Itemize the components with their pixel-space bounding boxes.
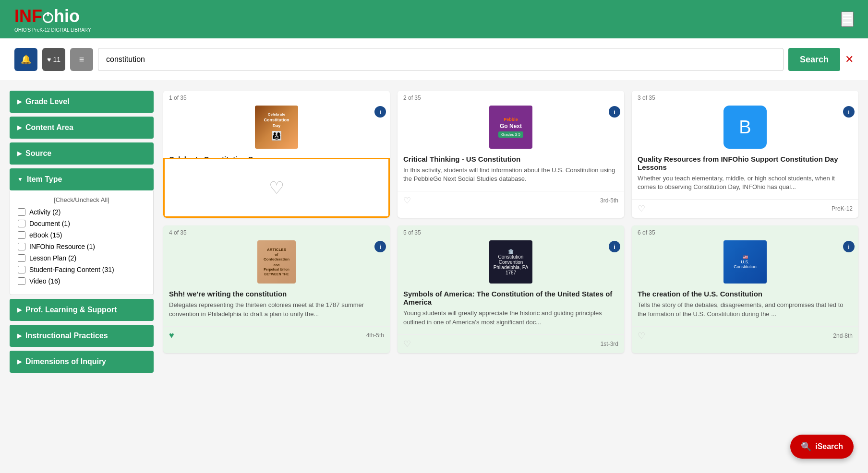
list-view-button[interactable]: ≡: [70, 48, 93, 71]
activity-label: Activity (2): [29, 208, 60, 216]
card-title-6: The creation of the U.S. Constitution: [638, 290, 853, 298]
card-image-area-1: Celebrate Constitution Day 👨‍👩‍👧 i: [163, 103, 390, 151]
filter-grade-level-header[interactable]: ▶ Grade Level: [10, 91, 154, 113]
search-button[interactable]: Search: [788, 48, 840, 71]
card-body-2: Critical Thinking - US Constitution In t…: [398, 151, 624, 187]
filter-item-type-header[interactable]: ▼ Item Type: [10, 168, 154, 190]
card-body-3: Quality Resources from INFOhio Support C…: [632, 151, 858, 195]
filter-content-area: ▶ Content Area: [10, 117, 154, 139]
card-info-button-5[interactable]: i: [609, 241, 620, 252]
card-desc-5: Young students will greatly appreciate t…: [403, 309, 618, 326]
card-thumbnail-3: B: [723, 106, 767, 149]
card-desc-3: Whether you teach elementary, middle, or…: [638, 174, 853, 191]
card-grade-5: 1st-3rd: [601, 341, 618, 347]
filter-option-document[interactable]: Document (1): [18, 220, 145, 227]
filter-option-student-facing[interactable]: Student-Facing Content (31): [18, 266, 145, 273]
chevron-right-icon: ▶: [17, 150, 22, 157]
card-thumbnail-4: ARTICLES of Confederation and Perpetual …: [257, 240, 296, 284]
card-info-button-1[interactable]: i: [374, 106, 386, 118]
card-info-button-4[interactable]: i: [374, 241, 386, 252]
infohio-resource-checkbox[interactable]: [18, 243, 25, 250]
filter-item-type: ▼ Item Type [Check/Uncheck All] Activity…: [10, 168, 154, 295]
card-thumbnail-5: 🏛️ConstitutionConventionPhiladelphia, PA…: [489, 240, 532, 284]
card-heart-3[interactable]: ♡: [638, 203, 645, 214]
card-image-area-4: ARTICLES of Confederation and Perpetual …: [163, 238, 390, 286]
filter-dimensions-of-inquiry-header[interactable]: ▶ Dimensions of Inquiry: [10, 351, 154, 373]
card-heart-4[interactable]: ♥: [169, 331, 174, 341]
filter-prof-learning-header[interactable]: ▶ Prof. Learning & Support: [10, 299, 154, 321]
filter-option-infohio-resource[interactable]: INFOhio Resource (1): [18, 243, 145, 250]
infohio-resource-label: INFOhio Resource (1): [29, 243, 95, 250]
card-body-5: Symbols of America: The Constitution of …: [398, 286, 624, 330]
card-info-button-6[interactable]: i: [843, 241, 855, 252]
card-grade-4: 4th-5th: [366, 332, 384, 339]
card-footer-2: ♡ 3rd-5th: [398, 191, 624, 210]
result-card-5: 5 of 35 🏛️ConstitutionConventionPhiladel…: [398, 225, 624, 353]
card-heart-6[interactable]: ♡: [638, 331, 645, 341]
card-counter-5: 5 of 35: [398, 225, 624, 238]
chevron-right-icon: ▶: [17, 124, 22, 131]
card-body-6: The creation of the U.S. Constitution Te…: [632, 286, 858, 322]
search-bar-area: 🔔 ♥ 11 ≡ Search ✕: [0, 38, 868, 81]
ebook-checkbox[interactable]: [18, 231, 25, 239]
student-facing-checkbox[interactable]: [18, 266, 25, 273]
logo-subtitle: OHIO'S PreK-12 DIGITAL LIBRARY: [14, 27, 91, 33]
video-checkbox[interactable]: [18, 277, 25, 285]
logo-inf: INF: [14, 6, 42, 26]
card-thumbnail-2: Pebble Go Next Grades 3-5: [489, 106, 532, 149]
card-footer-3: ♡ PreK-12: [632, 199, 858, 218]
clear-search-button[interactable]: ✕: [845, 53, 854, 66]
card-heart-overlay-1[interactable]: ♡: [269, 178, 284, 198]
card-counter-1: 1 of 35: [163, 91, 390, 103]
notification-button[interactable]: 🔔: [14, 48, 37, 71]
chevron-right-icon: ▶: [17, 332, 22, 339]
filter-option-ebook[interactable]: eBook (15): [18, 231, 145, 239]
hamburger-menu-button[interactable]: ☰: [841, 12, 854, 27]
result-card-4: 4 of 35 ARTICLES of Confederation and Pe…: [163, 225, 390, 353]
favorites-button[interactable]: ♥ 11: [42, 48, 65, 71]
filter-prof-learning-label: Prof. Learning & Support: [25, 306, 117, 314]
card-heart-5[interactable]: ♡: [403, 339, 411, 349]
filter-dimensions-of-inquiry: ▶ Dimensions of Inquiry: [10, 351, 154, 373]
lesson-plan-label: Lesson Plan (2): [29, 254, 76, 262]
card-title-3: Quality Resources from INFOhio Support C…: [638, 155, 853, 171]
filter-source: ▶ Source: [10, 142, 154, 165]
card-grade-2: 3rd-5th: [600, 197, 618, 204]
card-image-area-3: B i: [632, 103, 858, 151]
lesson-plan-checkbox[interactable]: [18, 254, 25, 262]
ebook-label: eBook (15): [29, 231, 62, 239]
filter-option-video[interactable]: Video (16): [18, 277, 145, 285]
filter-instructional-practices-header[interactable]: ▶ Instructional Practices: [10, 325, 154, 347]
filter-source-header[interactable]: ▶ Source: [10, 142, 154, 165]
card-thumbnail-6: 🇺🇸U.S.Constitution: [723, 240, 767, 284]
filter-dimensions-of-inquiry-label: Dimensions of Inquiry: [25, 357, 106, 366]
filter-option-lesson-plan[interactable]: Lesson Plan (2): [18, 254, 145, 262]
card-info-button-3[interactable]: i: [843, 106, 855, 118]
card-image-area-5: 🏛️ConstitutionConventionPhiladelphia, PA…: [398, 238, 624, 286]
result-card-3: 3 of 35 B i Quality Resources from INFOh…: [632, 91, 858, 218]
card-counter-6: 6 of 35: [632, 225, 858, 238]
filter-content-area-label: Content Area: [25, 123, 73, 132]
main-layout: ▶ Grade Level ▶ Content Area ▶ Source ▼ …: [0, 81, 868, 377]
activity-checkbox[interactable]: [18, 208, 25, 216]
check-uncheck-all[interactable]: [Check/Uncheck All]: [18, 196, 145, 203]
card-heart-2[interactable]: ♡: [403, 195, 411, 206]
card-info-button-2[interactable]: i: [609, 106, 620, 118]
card-title-5: Symbols of America: The Constitution of …: [403, 290, 618, 306]
logo-power-icon: [43, 12, 53, 23]
card-counter-3: 3 of 35: [632, 91, 858, 103]
logo: INF hio OHIO'S PreK-12 DIGITAL LIBRARY: [14, 6, 91, 33]
card-footer-5: ♡ 1st-3rd: [398, 334, 624, 353]
filter-option-activity[interactable]: Activity (2): [18, 208, 145, 216]
favorites-count: 11: [53, 56, 60, 63]
card-footer-4: ♥ 4th-5th: [163, 326, 390, 344]
document-label: Document (1): [29, 220, 70, 227]
filter-grade-level-label: Grade Level: [25, 97, 70, 106]
card-grade-3: PreK-12: [832, 205, 853, 212]
logo-hio: hio: [54, 6, 80, 26]
document-checkbox[interactable]: [18, 220, 25, 227]
search-input[interactable]: [98, 48, 784, 71]
filter-content-area-header[interactable]: ▶ Content Area: [10, 117, 154, 139]
video-label: Video (16): [29, 277, 60, 285]
chevron-right-icon: ▶: [17, 307, 22, 313]
